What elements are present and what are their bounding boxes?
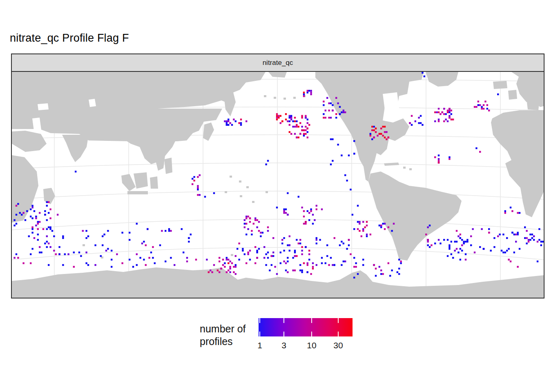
map-cell (375, 127, 377, 129)
map-cell (332, 160, 333, 162)
map-cell (219, 271, 220, 273)
landmass (12, 131, 47, 152)
map-cell (506, 250, 508, 252)
map-cell (143, 241, 145, 243)
map-cell (111, 250, 112, 252)
map-cell (337, 144, 339, 145)
map-cell (39, 252, 40, 253)
map-cell (62, 237, 64, 239)
map-cell (283, 208, 285, 210)
map-cell (33, 210, 35, 212)
map-cell (174, 264, 175, 266)
map-cell (382, 126, 384, 127)
map-cell (272, 255, 274, 257)
map-cell (228, 118, 229, 120)
map-cell (256, 252, 258, 253)
map-cell (506, 237, 508, 239)
map-cell (370, 133, 371, 135)
map-cell (488, 228, 490, 230)
map-cell (422, 124, 423, 126)
map-cell (301, 250, 303, 252)
map-cell (228, 270, 229, 271)
map-cell (283, 237, 285, 239)
map-cell (353, 266, 355, 267)
map-cell (154, 262, 156, 264)
map-cell (267, 160, 269, 162)
map-cell (242, 248, 243, 249)
map-cell (289, 124, 290, 126)
map-cell (289, 131, 290, 133)
lake (383, 92, 399, 109)
map-cell (463, 243, 464, 244)
map-cell (62, 235, 64, 237)
legend-title-line2: profiles (200, 335, 246, 348)
map-cell (362, 230, 364, 232)
map-cell (73, 266, 75, 267)
map-cell (224, 262, 225, 264)
map-cell (26, 210, 28, 212)
island (293, 97, 296, 99)
map-cell (49, 246, 51, 248)
landmass (384, 163, 399, 166)
map-cell (379, 133, 380, 135)
map-cell (46, 235, 48, 237)
map-cell (445, 113, 446, 115)
map-cell (307, 131, 308, 133)
map-cell (373, 126, 375, 127)
map-panel (12, 72, 544, 298)
landmass (527, 103, 539, 110)
map-cell (301, 253, 303, 255)
map-cell (263, 246, 265, 248)
legend-tick-mark (338, 332, 339, 336)
map-cell (276, 118, 278, 120)
map-cell (436, 111, 437, 113)
map-cell (219, 257, 220, 258)
map-cell (87, 264, 89, 266)
map-cell (493, 246, 495, 248)
map-cell (325, 109, 326, 111)
legend-tick-label: 1 (257, 341, 262, 350)
map-cell (235, 264, 237, 266)
map-cell (540, 241, 542, 243)
map-cell (229, 268, 231, 270)
map-cell (245, 262, 247, 264)
map-cell (262, 232, 263, 234)
map-cell (434, 120, 436, 122)
island (230, 176, 232, 178)
map-cell (391, 230, 393, 232)
map-cell (121, 262, 123, 264)
map-cell (165, 230, 166, 232)
map-cell (289, 117, 290, 118)
map-cell (424, 76, 425, 77)
map-cell (13, 225, 15, 226)
map-cell (438, 162, 440, 163)
map-cell (321, 262, 323, 264)
map-cell (240, 122, 242, 124)
map-cell (323, 117, 324, 118)
map-cell (483, 104, 484, 106)
map-cell (31, 226, 33, 228)
map-cell (30, 262, 31, 264)
map-cell (438, 154, 440, 156)
map-cell (238, 243, 240, 244)
map-cell (301, 115, 303, 117)
map-cell (451, 118, 452, 120)
map-cell (31, 205, 33, 207)
map-cell (533, 235, 535, 237)
map-cell (258, 230, 260, 232)
map-cell (222, 259, 224, 261)
map-cell (375, 268, 377, 270)
map-cell (290, 117, 292, 118)
map-cell (220, 268, 222, 270)
map-cell (22, 212, 24, 214)
map-cell (310, 210, 312, 212)
map-cell (526, 237, 527, 239)
map-cell (37, 239, 39, 241)
map-cell (267, 252, 269, 253)
map-cell (240, 124, 242, 126)
map-cell (538, 239, 540, 241)
map-cell (235, 120, 237, 122)
map-cell (398, 259, 400, 261)
island (239, 180, 241, 183)
map-cell (75, 171, 76, 172)
